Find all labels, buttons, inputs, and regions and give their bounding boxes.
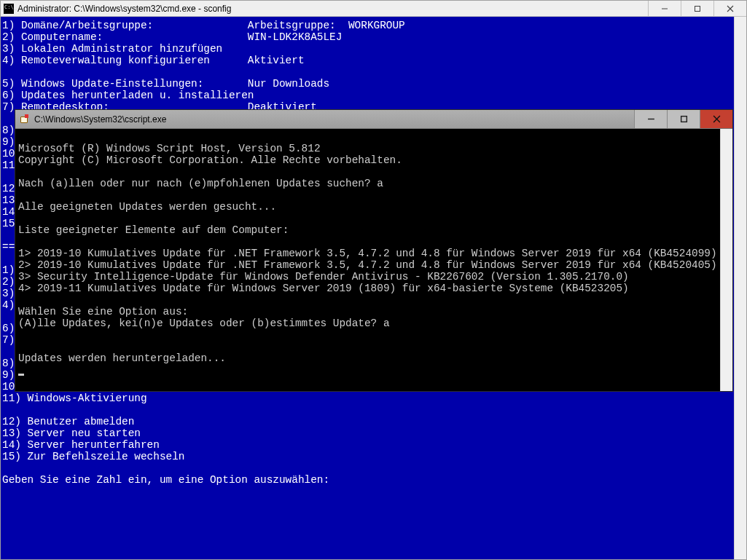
cscript-terminal-content[interactable]: Microsoft (R) Windows Script Host, Versi…	[15, 129, 720, 391]
cscript-titlebar[interactable]: C:\Windows\System32\cscript.exe	[15, 110, 732, 129]
minimize-button[interactable]	[634, 110, 667, 128]
cscript-output: Microsoft (R) Windows Script Host, Versi…	[18, 143, 717, 364]
close-button[interactable]	[700, 110, 732, 128]
close-button[interactable]	[713, 1, 746, 16]
cmd-window-title: Administrator: C:\Windows\system32\cmd.e…	[17, 4, 231, 14]
minimize-button[interactable]	[648, 1, 681, 16]
cmd-scrollbar[interactable]	[734, 17, 746, 559]
cmd-titlebar[interactable]: Administrator: C:\Windows\system32\cmd.e…	[1, 1, 746, 17]
maximize-button[interactable]	[667, 110, 700, 128]
cscript-window-controls	[634, 110, 732, 128]
svg-rect-5	[681, 117, 687, 122]
cscript-window-title: C:\Windows\System32\cscript.exe	[34, 114, 166, 125]
cmd-window-controls	[648, 1, 746, 16]
svg-rect-1	[695, 6, 700, 11]
maximize-button[interactable]	[681, 1, 713, 16]
cscript-scrollbar[interactable]	[720, 129, 732, 391]
cscript-window: C:\Windows\System32\cscript.exe Microsof…	[15, 109, 733, 392]
text-cursor	[18, 374, 24, 376]
cscript-icon	[20, 114, 30, 125]
cmd-icon	[4, 4, 14, 14]
